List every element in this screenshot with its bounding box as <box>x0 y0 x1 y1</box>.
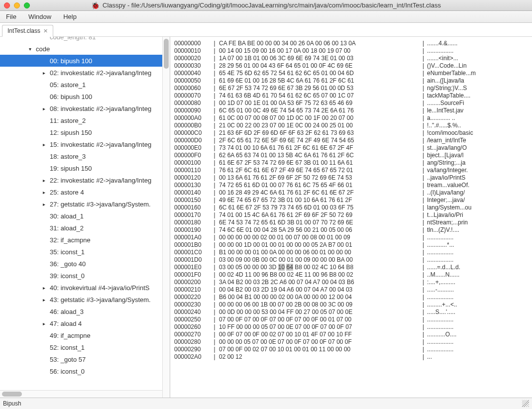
menu-file[interactable]: File <box>6 13 16 20</box>
menu-window[interactable]: Window <box>28 13 51 20</box>
hex-bytes: 6C 61 6E 67 2F 53 79 73 74 65 6D 01 00 0… <box>219 204 418 211</box>
disclosure-triangle-icon[interactable]: ▸ <box>43 285 49 291</box>
hex-row: 000001B0|00 00 00 1D 00 01 00 01 00 00 0… <box>174 241 528 249</box>
hex-row: 00000200|3A 04 B2 00 03 2B 2C A6 00 07 0… <box>174 279 528 286</box>
hex-ascii: ................ <box>427 323 453 331</box>
tree-item-label: 02: invokestatic #2->java/lang/Integ <box>50 69 151 77</box>
hex-row: 000001F0|00 02 4D 11 00 96 B8 00 02 4E 1… <box>174 271 528 279</box>
menu-help[interactable]: Help <box>63 13 77 20</box>
tree-item[interactable]: ▸27: getstatic #3->java/lang/System. <box>0 198 170 210</box>
hex-ascii: ................ <box>427 346 453 353</box>
tree-item[interactable]: ▸02: invokestatic #2->java/lang/Integ <box>0 67 170 79</box>
tree-item-label: 08: invokestatic #2->java/lang/Integ <box>50 105 151 112</box>
tree-item[interactable]: 06: bipush 100 <box>0 91 170 102</box>
tree-item-label: 31: aload_2 <box>50 224 84 232</box>
disclosure-triangle-icon[interactable]: ▸ <box>43 142 49 147</box>
tree-item[interactable]: 05: astore_1 <box>0 79 170 91</box>
hex-ascii: eNumberTable...m <box>427 70 476 77</box>
tree-row-partial[interactable]: code_length: 81 <box>0 37 170 43</box>
tree-node-code[interactable]: ▾code <box>0 43 170 55</box>
hex-ascii: ain...([Ljava/la <box>427 77 464 85</box>
hex-offset: 00000110 <box>174 167 210 174</box>
tab-inttest-class[interactable]: IntTest.class ✕ <box>2 25 53 37</box>
hex-bytes: 00 1D 07 00 1E 01 00 0A 53 6F 75 72 63 6… <box>219 100 418 107</box>
tree-item[interactable]: 39: iconst_0 <box>0 270 170 282</box>
tree-item[interactable]: ▸47: aload 4 <box>0 317 170 329</box>
tree-item-label: 36: _goto 40 <box>50 260 86 268</box>
hex-bytes: 03 00 09 00 0B 00 0C 00 01 00 09 00 00 0… <box>219 256 418 264</box>
tree-item-label: 06: bipush 100 <box>50 93 92 101</box>
hex-bytes: 2F 6C 65 61 72 6E 5F 69 6E 74 2F 49 6E 7… <box>219 137 418 144</box>
hex-offset: 00000130 <box>174 182 210 189</box>
hex-ascii: ... <box>427 353 432 361</box>
tree-item[interactable]: 19: sipush 150 <box>0 162 170 174</box>
hex-row: 00000220|B6 00 04 B1 00 00 00 02 00 0A 0… <box>174 294 528 301</box>
tree-item[interactable]: 49: if_acmpne <box>0 329 170 341</box>
hex-row: 00000270|00 0F 07 00 0F 00 02 07 00 10 0… <box>174 331 528 338</box>
disclosure-triangle-icon[interactable]: ▸ <box>43 106 49 111</box>
hex-bytes: 00 00 00 1D 00 01 00 01 00 00 00 05 2A B… <box>219 241 418 249</box>
hex-ascii: ..java/io/PrintS <box>427 174 465 182</box>
tree-item[interactable]: ▸43: getstatic #3->java/lang/System. <box>0 294 170 306</box>
tree-item[interactable]: 52: iconst_1 <box>0 341 170 353</box>
hex-ascii: le...IntTest.jav <box>427 107 463 114</box>
tree-item[interactable]: 56: iconst_0 <box>0 365 170 377</box>
disclosure-triangle-icon[interactable]: ▸ <box>43 202 49 207</box>
tabbar: IntTest.class ✕ <box>0 23 532 37</box>
tree-item-label: 35: iconst_1 <box>50 248 85 256</box>
hex-bytes: 00 02 4D 11 00 96 B8 00 02 4E 11 00 96 B… <box>219 271 418 279</box>
disclosure-triangle-icon[interactable]: ▸ <box>43 70 49 76</box>
hex-offset: 00000180 <box>174 219 210 226</box>
tree-item[interactable]: ▸40: invokevirtual #4->java/io/PrintS <box>0 282 170 294</box>
tree-item-label: 43: getstatic #3->java/lang/System. <box>50 296 151 304</box>
tree-item[interactable]: ▸08: invokestatic #2->java/lang/Integ <box>0 102 170 114</box>
tree-item[interactable]: 46: aload_3 <box>0 306 170 317</box>
tree-item[interactable]: 00: bipush 100 <box>0 55 170 67</box>
hex-offset: 00000250 <box>174 316 210 323</box>
tree-item[interactable]: 36: _goto 40 <box>0 258 170 270</box>
hex-row: 00000170|74 01 00 15 4C 6A 61 76 61 2F 6… <box>174 211 528 219</box>
tree-item[interactable]: 30: aload_1 <box>0 210 170 222</box>
tree-item[interactable]: ▸15: invokestatic #2->java/lang/Integ <box>0 138 170 150</box>
tab-close-icon[interactable]: ✕ <box>43 28 48 34</box>
tree-panel[interactable]: code_length: 81▾code00: bipush 100▸02: i… <box>0 37 170 398</box>
disclosure-triangle-icon[interactable]: ▸ <box>43 178 49 183</box>
hex-offset: 000000B0 <box>174 122 210 129</box>
disclosure-triangle-icon[interactable]: ▸ <box>43 321 49 326</box>
tree-item[interactable]: ▸25: astore 4 <box>0 186 170 198</box>
tree-item-label: 12: sipush 150 <box>50 129 92 136</box>
status-text: Bipush <box>3 400 21 407</box>
hex-bytes: B1 00 00 00 01 00 0A 00 00 00 06 00 01 0… <box>219 249 418 256</box>
tree-item-label: 25: astore 4 <box>50 189 84 196</box>
resize-grip[interactable] <box>522 400 529 407</box>
tree-hscroll-thumb[interactable] <box>2 392 22 397</box>
tree-vscroll-thumb[interactable] <box>164 39 169 69</box>
tree-item[interactable]: 53: _goto 57 <box>0 353 170 365</box>
hex-offset: 000000A0 <box>174 114 210 122</box>
tree-item-label: 05: astore_1 <box>50 81 86 89</box>
tree-item[interactable]: ▸22: invokestatic #2->java/lang/Integ <box>0 174 170 186</box>
hex-ascii: ................ <box>427 338 453 346</box>
hex-offset: 000001C0 <box>174 249 210 256</box>
tree-item-label: 18: astore_3 <box>50 153 86 160</box>
tree-item[interactable]: 18: astore_3 <box>0 150 170 162</box>
disclosure-triangle-icon[interactable]: ▾ <box>29 46 35 52</box>
hex-offset: 00000280 <box>174 338 210 346</box>
tree-item[interactable]: 11: astore_2 <box>0 114 170 126</box>
tree-item[interactable]: 12: sipush 150 <box>0 126 170 138</box>
disclosure-triangle-icon[interactable]: ▸ <box>43 297 49 303</box>
hex-offset: 00000190 <box>174 226 210 234</box>
tree-hscrollbar[interactable] <box>0 390 162 398</box>
hex-ascii: st...java/lang/O <box>427 144 467 152</box>
disclosure-triangle-icon[interactable]: ▸ <box>43 190 49 195</box>
tree-item[interactable]: 31: aload_2 <box>0 222 170 234</box>
tree-item-label: 11: astore_2 <box>50 117 86 124</box>
hex-bytes: 74 01 00 15 4C 6A 61 76 61 2F 69 6F 2F 5… <box>219 211 418 219</box>
hex-ascii: ............*... <box>427 241 454 249</box>
hex-row: 000001E0|03 00 05 00 00 00 3D 10 64 B8 0… <box>174 264 528 271</box>
hex-row: 00000050|61 69 6E 01 00 16 28 5B 4C 6A 6… <box>174 77 528 85</box>
tree-item[interactable]: 32: if_acmpne <box>0 234 170 246</box>
tree-item[interactable]: 35: iconst_1 <box>0 246 170 258</box>
tree-vscrollbar[interactable] <box>162 37 170 398</box>
hex-offset: 00000290 <box>174 346 210 353</box>
